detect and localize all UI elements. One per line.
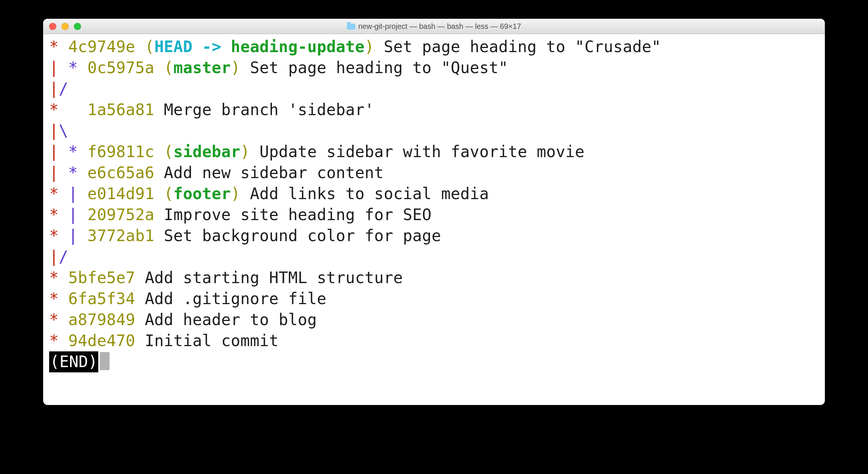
cursor-icon <box>100 352 110 370</box>
log-line: * 5bfe5e7 Add starting HTML structure <box>49 268 403 287</box>
log-line: * 6fa5f34 Add .gitignore file <box>49 290 326 308</box>
window-title-text: new-git-project — bash — bash — less — 6… <box>358 22 521 31</box>
log-line: * | 3772ab1 Set background color for pag… <box>49 226 441 245</box>
log-line: |/ <box>49 248 68 266</box>
log-line: * 1a56a81 Merge branch 'sidebar' <box>49 100 374 119</box>
close-icon[interactable] <box>49 23 56 30</box>
log-line: | * e6c65a6 Add new sidebar content <box>49 164 384 182</box>
window-controls <box>49 23 81 30</box>
minimize-icon[interactable] <box>62 23 69 30</box>
log-line: * | e014d91 (footer) Add links to social… <box>49 184 489 203</box>
window-title: new-git-project — bash — bash — less — 6… <box>43 22 825 31</box>
log-line: |/ <box>49 80 68 98</box>
folder-icon <box>347 24 355 30</box>
log-line: * 94de470 Initial commit <box>49 332 279 350</box>
titlebar[interactable]: new-git-project — bash — bash — less — 6… <box>43 19 825 34</box>
log-line: * a879849 Add header to blog <box>49 310 317 329</box>
terminal-window: new-git-project — bash — bash — less — 6… <box>43 19 825 405</box>
log-line: * | 209752a Improve site heading for SEO <box>49 206 431 224</box>
zoom-icon[interactable] <box>74 23 81 30</box>
log-line: * 4c9749e (HEAD -> heading-update) Set p… <box>49 38 661 56</box>
terminal-output[interactable]: * 4c9749e (HEAD -> heading-update) Set p… <box>43 34 825 377</box>
pager-status: (END) <box>49 351 98 372</box>
log-line: |\ <box>49 122 68 140</box>
log-line: | * f69811c (sidebar) Update sidebar wit… <box>49 142 584 161</box>
log-line: | * 0c5975a (master) Set page heading to… <box>49 58 508 77</box>
